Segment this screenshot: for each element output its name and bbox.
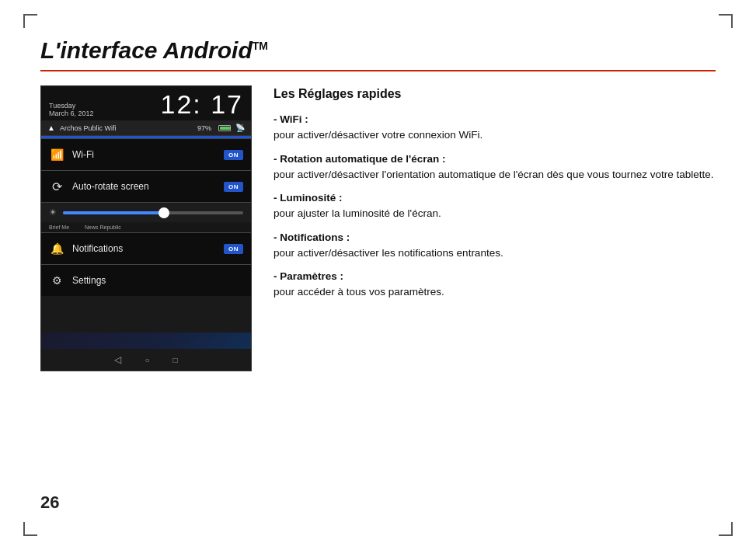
desc-item-brightness: - Luminosité : pour ajuster la luminosit…	[273, 190, 716, 222]
wifi-bar: ▲ Archos Public Wifi 97% 📡	[41, 120, 251, 136]
battery-icon	[218, 125, 231, 131]
brightness-knob	[159, 207, 169, 218]
desc-item-rotation: - Rotation automatique de l'écran : pour…	[273, 151, 716, 183]
wifi-icon: ▲	[47, 124, 55, 132]
brightness-fill	[63, 211, 162, 214]
battery-fill	[220, 127, 230, 130]
desc-item-settings: - Paramètres : pour accéder à tous vos p…	[273, 269, 716, 301]
wifi-qs-icon: 📶	[49, 147, 64, 162]
recents-icon[interactable]: □	[173, 356, 178, 364]
description-panel: Les Réglages rapides - WiFi : pour activ…	[273, 85, 716, 308]
content-columns: Tuesday March 6, 2012 12: 17 ▲ Archos Pu…	[40, 85, 716, 371]
qs-item-wifi[interactable]: 📶 Wi-Fi ON	[41, 139, 251, 170]
status-bar-left: Tuesday March 6, 2012	[49, 102, 94, 117]
home-icon[interactable]: ○	[145, 356, 149, 364]
qs-item-rotate[interactable]: ⟳ Auto-rotate screen ON	[41, 171, 251, 202]
phone-screenshot: Tuesday March 6, 2012 12: 17 ▲ Archos Pu…	[40, 85, 252, 371]
notifications-toggle[interactable]: ON	[224, 244, 243, 254]
wifi-qs-label: Wi-Fi	[72, 149, 216, 160]
bottom-nav-bar: ◁ ○ □	[41, 349, 251, 371]
battery-pct: 97%	[197, 124, 211, 132]
news-app-label-2: News Republic	[85, 225, 121, 230]
main-content: L'interface AndroidTM Tuesday March 6, 2…	[40, 30, 716, 520]
qs-item-notifications[interactable]: 🔔 Notifications ON	[41, 233, 251, 264]
rotate-qs-label: Auto-rotate screen	[72, 181, 216, 192]
corner-mark-tl	[23, 14, 37, 28]
desc-brightness-body: pour ajuster la luminosité de l'écran.	[273, 206, 716, 221]
page-title: L'interface AndroidTM	[40, 30, 716, 64]
notifications-qs-icon: 🔔	[49, 241, 64, 256]
status-bar: Tuesday March 6, 2012 12: 17	[41, 86, 251, 120]
brightness-icon: ☀	[49, 207, 57, 218]
desc-item-notifications: - Notifications : pour activer/désactive…	[273, 230, 716, 262]
desc-rotation-body: pour activer/désactiver l'orientation au…	[273, 167, 716, 183]
settings-qs-label: Settings	[72, 275, 243, 286]
desc-notifications-header: - Notifications :	[273, 230, 716, 245]
desc-notifications-body: pour activer/désactiver les notification…	[273, 245, 716, 261]
section-title: Les Réglages rapides	[273, 87, 716, 101]
title-rule	[40, 70, 716, 71]
corner-mark-bl	[23, 522, 37, 536]
desc-item-wifi: - WiFi : pour activer/désactiver votre c…	[273, 112, 716, 144]
corner-mark-br	[719, 522, 733, 536]
brightness-news-area: News REPUBLIC ☀ Brief Me News Republic	[41, 202, 251, 232]
desc-settings-body: pour accéder à tous vos paramètres.	[273, 284, 716, 300]
status-day: Tuesday	[49, 102, 94, 110]
qs-item-settings[interactable]: ⚙ Settings	[41, 265, 251, 296]
rotate-toggle[interactable]: ON	[224, 182, 243, 192]
desc-settings-header: - Paramètres :	[273, 269, 716, 284]
qs-brightness[interactable]: ☀	[41, 203, 251, 222]
status-time: 12: 17	[160, 91, 243, 117]
desc-rotation-header: - Rotation automatique de l'écran :	[273, 151, 716, 167]
settings-qs-icon: ⚙	[49, 273, 64, 288]
rotate-qs-icon: ⟳	[49, 179, 64, 194]
brightness-slider[interactable]	[63, 211, 243, 214]
notifications-qs-label: Notifications	[72, 243, 216, 254]
wifi-name: Archos Public Wifi	[60, 124, 193, 132]
desc-brightness-header: - Luminosité :	[273, 190, 716, 206]
news-apps-row: Brief Me News Republic	[41, 222, 251, 232]
wifi-toggle[interactable]: ON	[224, 150, 243, 160]
status-date: March 6, 2012	[49, 110, 94, 117]
corner-mark-tr	[719, 14, 733, 28]
desc-wifi-body: pour activer/désactiver votre connexion …	[273, 127, 716, 143]
back-icon[interactable]: ◁	[114, 354, 121, 365]
news-app-label-1: Brief Me	[49, 225, 69, 230]
desc-wifi-header: - WiFi :	[273, 112, 716, 127]
signal-icon: 📡	[235, 124, 245, 132]
